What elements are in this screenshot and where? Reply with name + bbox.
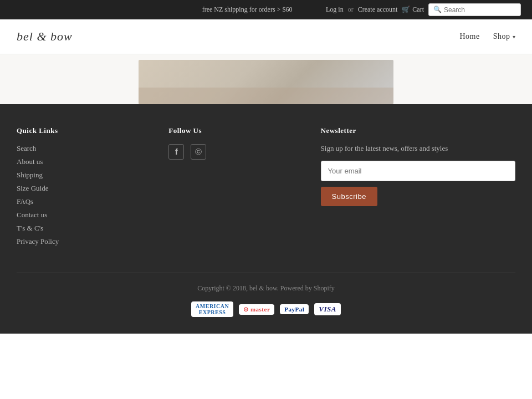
site-footer: Quick Links Search About us Shipping Siz… [0, 104, 532, 334]
footer-bottom: Copyright © 2018, bel & bow. Powered by … [17, 273, 515, 317]
hero-section [0, 54, 532, 104]
facebook-link[interactable]: f [168, 144, 184, 160]
create-account-link[interactable]: Create account [358, 6, 398, 14]
chevron-down-icon: ▾ [513, 34, 516, 40]
list-item: Privacy Policy [17, 237, 146, 246]
paypal-badge: PayPal [280, 304, 309, 314]
list-item: T's & C's [17, 224, 146, 233]
announcement-text: free NZ shipping for orders > $60 [168, 6, 326, 14]
facebook-icon: f [175, 147, 178, 156]
footer-columns: Quick Links Search About us Shipping Siz… [17, 126, 515, 250]
site-header: bel & bow Home Shop ▾ [0, 19, 532, 54]
list-item: Search [17, 144, 146, 153]
cart-label: Cart [412, 6, 424, 14]
footer-quick-links: Quick Links Search About us Shipping Siz… [17, 126, 146, 250]
search-input[interactable] [444, 6, 516, 14]
search-form: 🔍 [428, 3, 521, 16]
link-privacy[interactable]: Privacy Policy [17, 237, 59, 245]
visa-badge: VISA [314, 303, 341, 315]
link-shipping[interactable]: Shipping [17, 171, 43, 179]
follow-us-heading: Follow Us [168, 126, 298, 135]
amex-badge: AMERICANEXPRESS [191, 301, 233, 317]
cart-icon: 🛒 [402, 6, 410, 14]
list-item: FAQs [17, 197, 146, 206]
payment-icons: AMERICANEXPRESS ⊙ master PayPal VISA [17, 301, 515, 317]
link-contact[interactable]: Contact us [17, 211, 47, 219]
subscribe-button[interactable]: Subscribe [321, 187, 377, 206]
link-faqs[interactable]: FAQs [17, 197, 33, 206]
list-item: About us [17, 157, 146, 166]
instagram-link[interactable]: ⓒ [191, 144, 206, 160]
quick-links-heading: Quick Links [17, 126, 146, 135]
powered-by-text: Powered by Shopify [280, 284, 335, 292]
copyright: Copyright © 2018, bel & bow. [197, 284, 279, 292]
top-nav: Log in or Create account 🛒 Cart 🔍 [326, 3, 521, 16]
mastercard-badge: ⊙ master [239, 304, 274, 315]
list-item: Shipping [17, 171, 146, 180]
list-item: Size Guide [17, 184, 146, 193]
instagram-icon: ⓒ [195, 147, 202, 157]
quick-links-list: Search About us Shipping Size Guide FAQs… [17, 144, 146, 246]
newsletter-heading: Newsletter [321, 126, 515, 135]
link-ts-and-cs[interactable]: T's & C's [17, 224, 43, 232]
main-nav: Home Shop ▾ [459, 32, 515, 41]
shop-label: Shop [493, 32, 510, 41]
site-logo[interactable]: bel & bow [17, 29, 73, 44]
newsletter-description: Sign up for the latest news, offers and … [321, 144, 515, 153]
footer-newsletter: Newsletter Sign up for the latest news, … [321, 126, 515, 250]
nav-shop[interactable]: Shop ▾ [493, 32, 515, 41]
cart-link[interactable]: 🛒 Cart [402, 6, 424, 14]
nav-separator: or [348, 6, 354, 14]
copyright-text: Copyright © 2018, bel & bow. Powered by … [17, 284, 515, 293]
search-icon: 🔍 [433, 6, 442, 14]
social-icons: f ⓒ [168, 144, 298, 160]
login-link[interactable]: Log in [326, 6, 344, 14]
list-item: Contact us [17, 211, 146, 219]
link-about[interactable]: About us [17, 157, 43, 166]
link-search[interactable]: Search [17, 144, 36, 152]
email-input[interactable] [321, 161, 515, 181]
footer-follow-us: Follow Us f ⓒ [168, 126, 298, 250]
link-size-guide[interactable]: Size Guide [17, 184, 48, 192]
hero-image [139, 60, 393, 104]
nav-home[interactable]: Home [459, 32, 479, 41]
announcement-bar: free NZ shipping for orders > $60 Log in… [0, 0, 532, 19]
